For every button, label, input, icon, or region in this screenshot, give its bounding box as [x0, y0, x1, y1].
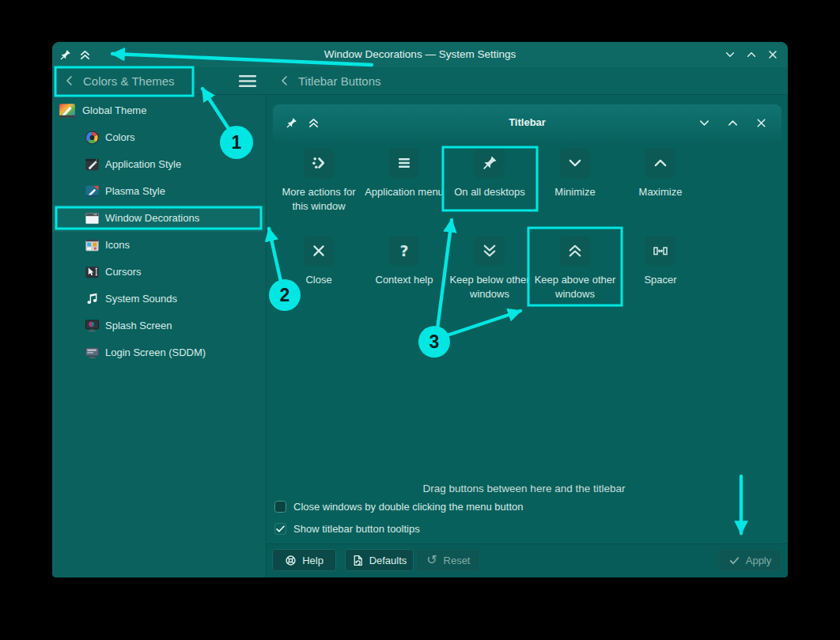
button-label: Reset: [444, 555, 471, 566]
show-titlebar-tooltips-checkbox[interactable]: Show titlebar button tooltips: [274, 521, 420, 536]
help-icon: [285, 555, 297, 566]
button-label: More actions for this window: [276, 185, 361, 214]
titlebar-preview: Titlebar: [273, 104, 781, 141]
apply-button[interactable]: Apply: [718, 549, 781, 571]
button-label: Keep below other windows: [447, 273, 532, 301]
sidebar-item-label: Window Decorations: [105, 205, 199, 232]
pin-icon: [482, 155, 498, 171]
global-theme-icon: [59, 102, 76, 119]
icons-icon: [85, 238, 100, 253]
window-titlebar[interactable]: Window Decorations — System Settings: [52, 42, 788, 67]
preview-right-buttons: [698, 104, 767, 141]
keep-above-icon: [567, 243, 583, 259]
close-icon: [311, 243, 327, 259]
content-header: Titlebar Buttons: [267, 67, 788, 95]
maximize-icon: [653, 155, 668, 171]
sidebar-item-login-screen-sddm[interactable]: Login Screen (SDDM): [52, 339, 265, 366]
window-title: Window Decorations — System Settings: [52, 42, 788, 67]
reset-icon: ↺: [426, 555, 438, 566]
overflow-menu-icon: [311, 155, 327, 171]
checkbox-unchecked-icon: [274, 501, 286, 513]
apply-icon: [728, 555, 740, 566]
button-tile: [304, 236, 334, 266]
sidebar-header: Colors & Themes: [52, 67, 267, 95]
close-button[interactable]: Close: [276, 236, 361, 301]
spacer-button[interactable]: Spacer: [618, 236, 703, 301]
button-palette-row-1: More actions for this windowApplication …: [276, 148, 703, 214]
button-tile: [645, 148, 675, 178]
button-tile: ?: [389, 236, 419, 266]
button-label: Application menu: [365, 185, 444, 199]
login-screen-icon: [85, 346, 100, 361]
window-close-button[interactable]: [767, 49, 778, 60]
context-help-button[interactable]: ?Context help: [361, 236, 447, 301]
minimize-icon: [567, 155, 583, 171]
on-all-desktops-button[interactable]: On all desktops: [447, 148, 532, 214]
sidebar-item-global-theme[interactable]: Global Theme: [52, 97, 265, 124]
button-tile: [304, 148, 334, 178]
back-chevron-icon[interactable]: [278, 74, 291, 87]
button-label: Defaults: [369, 555, 407, 566]
screen: Window Decorations — System Settings Col…: [0, 0, 840, 640]
window-decorations-icon: [85, 211, 100, 226]
preview-maximize-button[interactable]: [727, 117, 739, 129]
button-tile: [389, 148, 419, 178]
window-controls: [725, 42, 778, 67]
window-minimize-button[interactable]: [725, 49, 736, 60]
sidebar-item-label: Icons: [105, 232, 130, 259]
checkbox-checked-icon: [274, 523, 286, 535]
close-windows-double-click-checkbox[interactable]: Close windows by double clicking the men…: [274, 499, 524, 513]
sidebar-item-label: Application Style: [105, 151, 181, 178]
help-button[interactable]: Help: [272, 549, 336, 571]
sidebar-item-colors[interactable]: Colors: [52, 124, 265, 151]
button-tile: [560, 148, 590, 178]
titlebar-buttons-panel: Titlebar More actions for this windowApp…: [267, 95, 788, 578]
sidebar: Global ThemeColorsApplication StylePlasm…: [52, 95, 267, 578]
more-actions-for-this-window-button[interactable]: More actions for this window: [276, 148, 361, 214]
sidebar-item-splash-screen[interactable]: Splash Screen: [52, 312, 265, 339]
context-help-icon: ?: [396, 243, 412, 259]
cursors-icon: [85, 265, 100, 280]
checkbox-label: Show titlebar button tooltips: [293, 523, 420, 535]
sidebar-item-label: Login Screen (SDDM): [105, 339, 206, 366]
keep-above-other-windows-button[interactable]: Keep above other windows: [532, 236, 618, 301]
button-label: Minimize: [554, 185, 595, 199]
button-label: Context help: [376, 273, 433, 287]
button-palette-row-2: Close?Context helpKeep below other windo…: [276, 236, 703, 301]
colors-themes-back-button[interactable]: Colors & Themes: [83, 74, 175, 88]
sidebar-item-label: System Sounds: [105, 286, 177, 312]
application-menu-icon: [396, 155, 412, 171]
maximize-button[interactable]: Maximize: [618, 148, 703, 214]
preview-close-button[interactable]: [755, 117, 767, 129]
reset-button[interactable]: ↺Reset: [416, 549, 480, 571]
application-menu-button[interactable]: Application menu: [361, 148, 447, 214]
button-label: Help: [302, 555, 324, 566]
checkbox-label: Close windows by double clicking the men…: [293, 501, 524, 513]
button-tile: [475, 236, 505, 266]
sidebar-item-plasma-style[interactable]: Plasma Style: [52, 178, 265, 205]
drag-hint-text: Drag buttons between here and the titleb…: [267, 483, 781, 494]
sidebar-item-cursors[interactable]: Cursors: [52, 259, 265, 286]
sidebar-item-window-decorations[interactable]: Window Decorations: [52, 205, 265, 232]
system-sounds-icon: [85, 292, 100, 307]
page-title: Titlebar Buttons: [298, 74, 381, 88]
window-maximize-button[interactable]: [746, 49, 757, 60]
back-chevron-icon[interactable]: [63, 74, 76, 87]
keep-below-other-windows-button[interactable]: Keep below other windows: [447, 236, 532, 301]
sidebar-item-application-style[interactable]: Application Style: [52, 151, 265, 178]
system-settings-window: Window Decorations — System Settings Col…: [52, 42, 788, 578]
sidebar-item-label: Colors: [105, 124, 135, 151]
button-label: Spacer: [644, 273, 676, 287]
minimize-button[interactable]: Minimize: [532, 148, 618, 214]
spacer-icon: [653, 243, 668, 259]
sidebar-item-system-sounds[interactable]: System Sounds: [52, 286, 265, 312]
button-tile: [560, 236, 590, 266]
preview-minimize-button[interactable]: [698, 117, 710, 129]
sidebar-item-icons[interactable]: Icons: [52, 232, 265, 259]
sidebar-item-label: Global Theme: [82, 97, 146, 124]
keep-below-icon: [482, 243, 498, 259]
button-label: On all desktops: [454, 185, 525, 199]
button-label: Keep above other windows: [532, 273, 618, 301]
defaults-button[interactable]: Defaults: [345, 549, 414, 571]
hamburger-icon[interactable]: [239, 74, 256, 88]
